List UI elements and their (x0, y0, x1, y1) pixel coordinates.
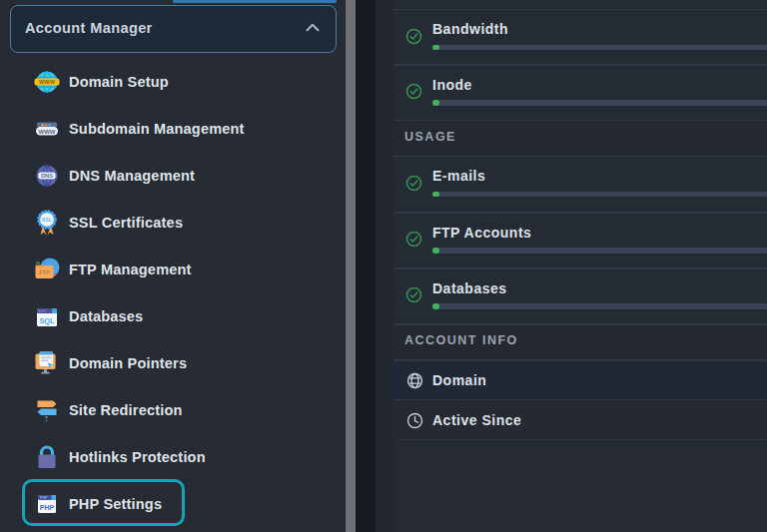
svg-text:FTP: FTP (39, 269, 50, 275)
svg-text:WWW: WWW (39, 129, 56, 135)
svg-text:SSL: SSL (42, 217, 53, 223)
svg-text:DNS: DNS (41, 173, 53, 179)
svg-text:SQL: SQL (39, 316, 55, 325)
svg-text:WWW: WWW (39, 79, 56, 85)
